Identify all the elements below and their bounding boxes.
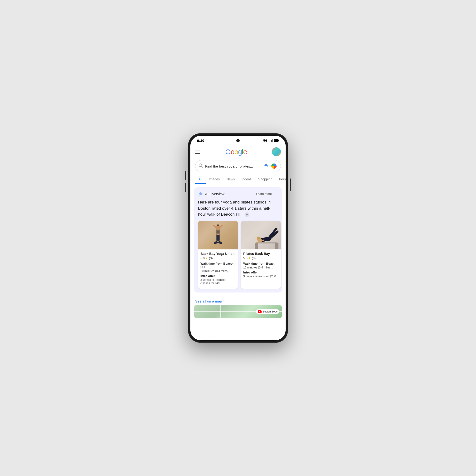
studio-cards-container: Back Bay Yoga Union 5.0 ★ (32) Walk time… — [198, 221, 278, 289]
studio-card-pilates[interactable]: Pilates Back Bay 5.0 ★ (8) Walk time fro… — [241, 221, 281, 289]
yoga-studio-rating: 5.0 ★ (32) — [200, 256, 236, 260]
network-label: 5G — [263, 139, 267, 142]
tab-news[interactable]: News — [223, 175, 238, 184]
camera-notch — [236, 139, 240, 142]
battery-icon — [274, 139, 279, 142]
avatar[interactable] — [272, 147, 281, 156]
yoga-card-body: Back Bay Yoga Union 5.0 ★ (32) Walk time… — [198, 249, 238, 289]
svg-point-13 — [218, 241, 223, 244]
pilates-offer-value: 3 private lessons for $250 — [243, 275, 278, 278]
pilates-studio-rating: 5.0 ★ (8) — [243, 256, 278, 260]
pilates-card-image — [241, 221, 281, 249]
ai-overview-title: AI Overview — [205, 192, 224, 196]
tab-personal[interactable]: Pers… — [276, 175, 286, 184]
power-button[interactable] — [290, 178, 291, 191]
search-icon — [199, 164, 203, 169]
svg-rect-14 — [216, 234, 220, 235]
more-options-icon[interactable]: ⋮ — [274, 191, 278, 196]
svg-rect-2 — [265, 164, 267, 166]
learn-more-button[interactable]: Learn more — [256, 192, 272, 196]
tab-images[interactable]: Images — [206, 175, 223, 184]
status-bar: 9:30 5G — [190, 136, 286, 144]
see-all-map-link[interactable]: See all on a map — [190, 296, 286, 305]
ai-overview-text: Here are four yoga and pilates studios i… — [198, 199, 278, 218]
studio-card-yoga[interactable]: Back Bay Yoga Union 5.0 ★ (32) Walk time… — [198, 221, 238, 289]
expand-chevron-icon[interactable]: ▾ — [245, 212, 249, 217]
svg-point-5 — [217, 224, 219, 226]
star-icon-2: ★ — [248, 256, 251, 260]
ai-overview-section: AI Overview Learn more ⋮ Here are four y… — [194, 187, 282, 292]
yoga-offer-label: Intro offer — [200, 274, 236, 278]
map-label: Boston Body — [256, 309, 279, 314]
map-road-vertical — [221, 305, 221, 318]
microphone-icon[interactable] — [264, 164, 268, 169]
yoga-walk-label: Walk time from Beacon Hill — [200, 262, 236, 269]
svg-line-1 — [202, 166, 203, 168]
yoga-figure-svg — [210, 224, 226, 249]
svg-point-22 — [257, 237, 260, 239]
pilates-card-body: Pilates Back Bay 5.0 ★ (8) Walk time fro… — [241, 249, 281, 282]
map-location-label: Boston Body — [263, 310, 277, 313]
search-tabs: All Images News Videos Shopping Pers… — [190, 175, 286, 184]
svg-rect-11 — [216, 234, 220, 241]
tab-shopping[interactable]: Shopping — [255, 175, 276, 184]
youtube-icon — [258, 310, 262, 313]
signal-bar-3 — [271, 140, 272, 142]
yoga-walk-value: 10 minutes (0.4 miles) — [200, 270, 236, 273]
pilates-studio-name: Pilates Back Bay — [243, 252, 278, 255]
map-preview[interactable]: Boston Body — [194, 305, 282, 318]
google-logo: Google — [225, 148, 247, 156]
google-lens-icon[interactable] — [271, 163, 277, 170]
yoga-offer-value: 3 weeks of unlimited classes for $49 — [200, 278, 236, 285]
svg-rect-16 — [255, 243, 258, 249]
svg-point-9 — [213, 224, 215, 226]
signal-bar-4 — [272, 139, 272, 142]
volume-up-button[interactable] — [185, 171, 186, 180]
star-icon: ★ — [205, 256, 208, 260]
tab-videos[interactable]: Videos — [238, 175, 255, 184]
pilates-walk-value: 10 minutes (0.4 miles… — [243, 266, 278, 269]
pilates-walk-label: Walk time from Beac… — [243, 262, 278, 265]
svg-rect-17 — [275, 243, 278, 249]
ai-actions: Learn more ⋮ — [256, 191, 278, 196]
tab-all[interactable]: All — [195, 175, 206, 184]
search-query-text[interactable]: Find the best yoga or pilates... — [205, 164, 262, 168]
ai-title-wrap: AI Overview — [198, 191, 224, 196]
app-content: Google Find the best yoga or pilates... — [190, 144, 286, 340]
yoga-card-image — [198, 221, 238, 249]
signal-bars-icon — [269, 139, 273, 142]
signal-bar-2 — [270, 141, 270, 142]
search-bar[interactable]: Find the best yoga or pilates... — [195, 160, 281, 172]
pilates-figure-svg — [255, 223, 278, 249]
yoga-studio-name: Back Bay Yoga Union — [200, 252, 236, 255]
hamburger-menu-button[interactable] — [195, 150, 200, 154]
status-time: 9:30 — [197, 138, 204, 143]
pilates-offer-label: Intro offer — [243, 271, 278, 274]
volume-down-button[interactable] — [185, 183, 186, 192]
ai-overview-header: AI Overview Learn more ⋮ — [198, 191, 278, 196]
svg-point-10 — [221, 224, 223, 226]
signal-bar-1 — [269, 141, 270, 142]
phone-screen: 9:30 5G — [190, 136, 286, 340]
phone-frame: 9:30 5G — [188, 133, 288, 343]
status-icons: 5G — [263, 139, 279, 142]
google-header: Google — [190, 144, 286, 159]
ai-gem-icon — [198, 191, 203, 196]
svg-point-12 — [213, 241, 218, 244]
